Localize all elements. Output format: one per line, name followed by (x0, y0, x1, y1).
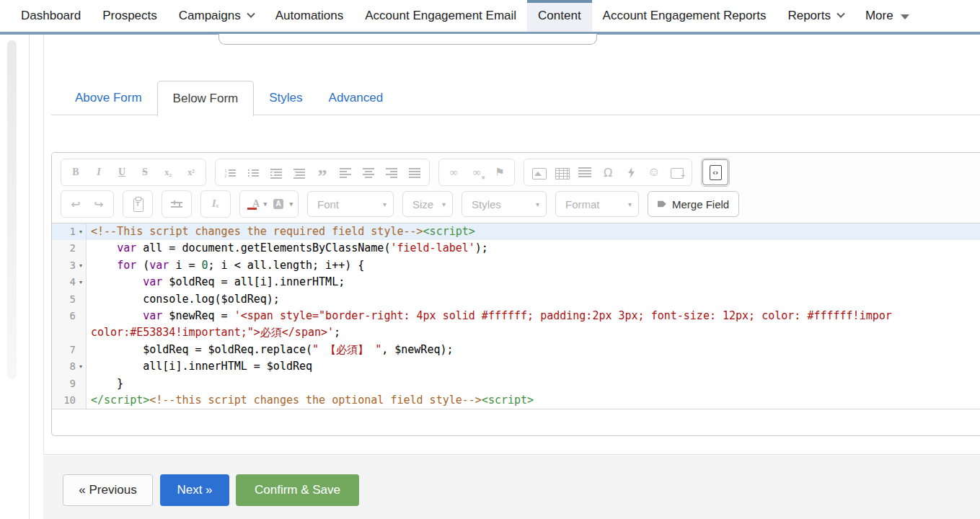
image-icon[interactable] (528, 162, 549, 182)
previous-button[interactable]: « Previous (63, 474, 153, 506)
tab-above-form[interactable]: Above Form (62, 81, 155, 115)
increase-indent-icon[interactable] (288, 162, 310, 182)
truncated-text-input[interactable] (218, 34, 597, 45)
nav-item-label: Account Engagement Reports (603, 9, 767, 23)
code-row: 5 console.log($oldReq); (52, 291, 980, 308)
text-color-icon[interactable]: A (244, 194, 268, 214)
redo-icon[interactable]: ↪ (88, 194, 110, 214)
styles-select[interactable]: Styles▾ (462, 191, 547, 217)
code-token: color:#E53834!important;">必須</span>' (91, 326, 334, 339)
bulleted-list-icon[interactable] (242, 162, 264, 182)
code-token: ( (136, 259, 149, 272)
lightning-icon[interactable] (620, 162, 642, 182)
special-character-icon[interactable]: Ω (597, 162, 619, 182)
code-token: <script> (482, 394, 534, 407)
toolbar-group (162, 190, 192, 218)
nav-item-prospects[interactable]: Prospects (92, 0, 168, 32)
nav-item-reports[interactable]: Reports (777, 0, 855, 32)
gutter-cell: 8▾ (52, 358, 87, 375)
gutter-cell: 7 (52, 342, 87, 358)
code-token (91, 259, 117, 272)
tab-advanced[interactable]: Advanced (316, 81, 397, 115)
undo-icon[interactable]: ↩ (65, 194, 87, 214)
nav-item-account-engagement-reports[interactable]: Account Engagement Reports (592, 0, 777, 32)
confirm-save-button[interactable]: Confirm & Save (236, 474, 359, 506)
nav-item-automations[interactable]: Automations (265, 0, 355, 32)
underline-icon[interactable]: U (111, 162, 133, 182)
source-code-icon: ‹› (710, 165, 722, 180)
line-number: 5 (70, 291, 76, 308)
code-token: i = (169, 259, 201, 272)
code-token: <!--This script changes the required fie… (91, 225, 423, 238)
chevron-down-icon: ▾ (442, 200, 446, 208)
horizontal-rule-icon[interactable] (574, 162, 596, 182)
richtext-editor: BIUSx₂x²”∞∞⚑Ω☺‹›↩↪TIₓAFont▾Size▾Styles▾F… (51, 152, 980, 436)
justify-icon[interactable] (404, 162, 425, 182)
fold-arrow-icon[interactable]: ▾ (76, 229, 86, 235)
font-select[interactable]: Font▾ (307, 191, 394, 217)
source-button[interactable]: ‹› (702, 159, 728, 185)
insert-template-icon[interactable] (666, 162, 688, 182)
unlink-icon[interactable]: ∞ (466, 162, 487, 182)
code-row: 8▾ all[i].innerHTML = $oldReq (52, 358, 980, 375)
chevron-down-icon: ▾ (536, 200, 539, 208)
blockquote-icon[interactable]: ” (312, 162, 333, 182)
bold-icon[interactable]: B (65, 162, 87, 182)
size-select[interactable]: Size▾ (402, 191, 453, 217)
line-number: 10 (63, 392, 76, 409)
fold-arrow-icon[interactable]: ▾ (76, 279, 86, 285)
code-row: 2 var all = document.getElementsByClassN… (52, 240, 980, 257)
strikethrough-icon[interactable]: S (134, 162, 156, 182)
code-token: var (149, 259, 169, 272)
decrease-indent-icon[interactable] (265, 162, 287, 182)
merge-field-button[interactable]: Merge Field (648, 191, 739, 217)
code-row: 3▾ for (var i = 0; i < all.length; i++) … (52, 257, 980, 274)
nav-item-label: Reports (787, 9, 831, 23)
vertical-scrollbar[interactable] (7, 40, 17, 379)
remove-format-icon[interactable]: Iₓ (205, 194, 226, 214)
align-left-icon[interactable] (335, 162, 356, 182)
tag-icon (658, 200, 666, 208)
code-token: $newReq = (162, 309, 234, 322)
toolbar-group: A (239, 190, 299, 218)
nav-item-label: Campaigns (179, 9, 241, 23)
table-icon[interactable] (551, 162, 573, 182)
code-token: $oldReq = $oldReq.replace( (91, 343, 312, 356)
tab-styles[interactable]: Styles (256, 81, 315, 115)
nav-item-label: Prospects (102, 9, 157, 23)
fold-arrow-icon[interactable]: ▾ (76, 262, 86, 269)
tab-below-form[interactable]: Below Form (157, 81, 255, 116)
nav-item-more[interactable]: More (855, 0, 920, 32)
code-row: 7 $oldReq = $oldReq.replace(" 【必須】 ", $n… (52, 342, 980, 358)
code-row: color:#E53834!important;">必須</span>'; (52, 324, 980, 341)
superscript-icon[interactable]: x² (180, 162, 202, 182)
align-center-icon[interactable] (358, 162, 379, 182)
copy-formatting-icon[interactable] (166, 194, 187, 214)
anchor-icon[interactable]: ⚑ (489, 162, 511, 182)
code-line: var $oldReq = all[i].innerHTML; (87, 274, 345, 290)
code-line: console.log($oldReq); (87, 291, 280, 308)
toolbar-group: T (123, 190, 153, 218)
align-right-icon[interactable] (381, 162, 402, 182)
numbered-list-icon[interactable] (219, 162, 241, 182)
smiley-icon[interactable]: ☺ (643, 162, 665, 182)
paste-from-text-icon[interactable]: T (127, 194, 149, 214)
source-code-area[interactable]: 1▾<!--This script changes the required f… (52, 223, 980, 409)
link-icon[interactable]: ∞ (443, 162, 464, 182)
nav-item-dashboard[interactable]: Dashboard (10, 0, 92, 32)
nav-item-account-engagement-email[interactable]: Account Engagement Email (354, 0, 527, 32)
subscript-icon[interactable]: x₂ (157, 162, 179, 182)
italic-icon[interactable]: I (88, 162, 110, 182)
fold-arrow-icon[interactable]: ▾ (76, 363, 86, 370)
nav-item-campaigns[interactable]: Campaigns (168, 0, 265, 32)
caret-down-icon (901, 14, 909, 19)
background-color-icon[interactable] (270, 194, 294, 214)
code-line: for (var i = 0; i < all.length; i++) { (87, 257, 364, 274)
nav-item-content[interactable]: Content (527, 0, 592, 32)
editor-toolbar: BIUSx₂x²”∞∞⚑Ω☺‹›↩↪TIₓAFont▾Size▾Styles▾F… (52, 153, 980, 223)
next-button[interactable]: Next » (160, 474, 229, 506)
chevron-down-icon (247, 10, 255, 18)
code-row: 4▾ var $oldReq = all[i].innerHTML; (52, 274, 980, 290)
code-token (91, 275, 143, 288)
format-select[interactable]: Format▾ (555, 191, 639, 217)
